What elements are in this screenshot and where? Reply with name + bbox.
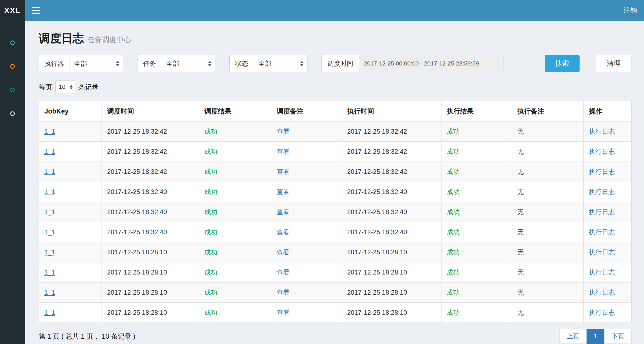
jobkey-link[interactable]: 1_1 (44, 188, 55, 195)
trigger-time-cell: 2017-12-25 18:32:42 (102, 142, 199, 162)
clear-button[interactable]: 清理 (596, 55, 632, 72)
handle-remark: 无 (517, 208, 524, 215)
trigger-time: 2017-12-25 18:32:40 (107, 208, 167, 215)
select-arrows-icon (208, 61, 211, 66)
jobkey-link-cell: 1_1 (39, 202, 102, 222)
jobkey-link-cell: 1_1 (39, 182, 102, 202)
execution-log-link[interactable]: 执行日志 (589, 289, 615, 296)
logout-link[interactable]: 注销 (617, 0, 644, 21)
trigger-result-cell: 成功 (199, 182, 271, 202)
trigger-remark-link[interactable]: 查看 (277, 269, 290, 276)
executor-select[interactable]: 全部 (70, 55, 123, 72)
page-size-value: 10 (59, 83, 65, 90)
trigger-result-cell: 成功 (199, 303, 271, 323)
execution-log-link[interactable]: 执行日志 (589, 269, 615, 276)
trigger-remark-link-cell: 查看 (271, 303, 342, 323)
jobkey-link[interactable]: 1_1 (44, 309, 55, 316)
jobkey-link[interactable]: 1_1 (44, 168, 55, 175)
page-title: 调度日志 (39, 31, 84, 46)
execution-log-link[interactable]: 执行日志 (589, 168, 615, 175)
trigger-result-cell: 成功 (199, 222, 271, 242)
executor-filter-label: 执行器 (39, 55, 70, 72)
trigger-remark-link[interactable]: 查看 (277, 148, 290, 155)
jobkey-link-cell: 1_1 (39, 122, 102, 142)
sidebar-item-3[interactable] (0, 78, 25, 102)
handle-remark: 无 (517, 289, 524, 296)
trigger-result: 成功 (204, 148, 217, 155)
table-header-row: JobKey调度时间调度结果调度备注执行时间执行结果执行备注操作 (39, 101, 632, 122)
jobkey-link[interactable]: 1_1 (44, 269, 55, 276)
column-header: 调度结果 (199, 101, 271, 122)
execution-log-link-cell: 执行日志 (584, 182, 632, 202)
trigger-remark-link-cell: 查看 (271, 162, 342, 182)
select-arrows-icon (70, 85, 73, 89)
job-select-value: 全部 (166, 59, 179, 68)
job-select[interactable]: 全部 (162, 55, 215, 72)
trigger-time-cell: 2017-12-25 18:32:42 (102, 122, 199, 142)
trigger-remark-link[interactable]: 查看 (277, 248, 290, 256)
sidebar-item-2[interactable] (0, 54, 25, 78)
next-page-button[interactable]: 下页 (604, 329, 632, 344)
jobkey-link[interactable]: 1_1 (44, 289, 55, 296)
trigger-remark-link[interactable]: 查看 (277, 309, 290, 316)
app-logo[interactable]: XXL (0, 0, 25, 21)
trigger-remark-link[interactable]: 查看 (277, 289, 290, 296)
execution-log-link[interactable]: 执行日志 (589, 228, 615, 236)
trigger-remark-link[interactable]: 查看 (277, 228, 290, 236)
jobkey-link[interactable]: 1_1 (44, 248, 55, 256)
execution-log-link[interactable]: 执行日志 (589, 188, 615, 195)
status-filter-group: 状态 全部 (229, 55, 307, 72)
sidebar-toggle-button[interactable] (32, 7, 40, 14)
trigger-result: 成功 (204, 128, 217, 135)
trigger-remark-link-cell: 查看 (271, 283, 342, 303)
execution-log-link-cell: 执行日志 (584, 303, 632, 323)
trigger-remark-link[interactable]: 查看 (277, 128, 290, 135)
column-header: JobKey (39, 101, 102, 122)
execution-log-link[interactable]: 执行日志 (589, 309, 615, 316)
jobkey-link[interactable]: 1_1 (44, 208, 55, 215)
jobkey-link[interactable]: 1_1 (44, 128, 55, 135)
handle-result: 成功 (447, 248, 460, 256)
select-arrows-icon (300, 61, 303, 66)
handle-time: 2017-12-25 18:28:10 (347, 309, 407, 316)
status-select[interactable]: 全部 (254, 55, 307, 72)
time-range-filter-label: 调度时间 (321, 55, 359, 72)
current-page-button[interactable]: 1 (587, 329, 605, 344)
table-row: 1_12017-12-25 18:28:10成功查看2017-12-25 18:… (39, 283, 632, 303)
column-header: 执行备注 (512, 101, 584, 122)
table-row: 1_12017-12-25 18:28:10成功查看2017-12-25 18:… (39, 242, 632, 262)
execution-log-link[interactable]: 执行日志 (589, 148, 615, 155)
handle-remark: 无 (517, 148, 524, 155)
search-button[interactable]: 搜索 (545, 55, 580, 72)
handle-result-cell: 成功 (441, 283, 512, 303)
sidebar-item-1[interactable] (0, 31, 25, 54)
trigger-time-cell: 2017-12-25 18:28:10 (102, 242, 199, 262)
trigger-result-cell: 成功 (199, 262, 271, 283)
handle-remark-cell: 无 (512, 182, 584, 202)
prev-page-button[interactable]: 上页 (559, 329, 587, 344)
trigger-result: 成功 (204, 269, 217, 276)
handle-remark-cell: 无 (512, 242, 584, 262)
execution-log-link[interactable]: 执行日志 (589, 128, 615, 135)
trigger-remark-link[interactable]: 查看 (277, 168, 290, 175)
handle-remark: 无 (517, 168, 524, 175)
handle-remark: 无 (517, 188, 524, 195)
time-range-input[interactable]: 2017-12-25 00:00:00 - 2017-12-25 23:59:5… (359, 55, 504, 72)
execution-log-link[interactable]: 执行日志 (589, 248, 615, 256)
jobkey-link[interactable]: 1_1 (44, 148, 55, 155)
handle-remark-cell: 无 (512, 283, 584, 303)
trigger-remark-link[interactable]: 查看 (277, 188, 290, 195)
circle-icon (10, 111, 15, 116)
sidebar-item-4[interactable] (0, 102, 25, 125)
executor-filter-group: 执行器 全部 (39, 55, 123, 72)
circle-icon (10, 64, 15, 69)
trigger-time: 2017-12-25 18:28:10 (107, 248, 167, 256)
main-content: 调度日志 任务调度中心 执行器 全部 任务 全部 状态 全部 调度 (25, 21, 644, 344)
hamburger-icon (32, 13, 40, 14)
jobkey-link[interactable]: 1_1 (44, 228, 55, 236)
handle-remark: 无 (517, 309, 524, 316)
execution-log-link[interactable]: 执行日志 (589, 208, 615, 215)
trigger-remark-link[interactable]: 查看 (277, 208, 290, 215)
handle-result-cell: 成功 (441, 262, 512, 283)
page-size-select[interactable]: 10 (55, 80, 75, 93)
